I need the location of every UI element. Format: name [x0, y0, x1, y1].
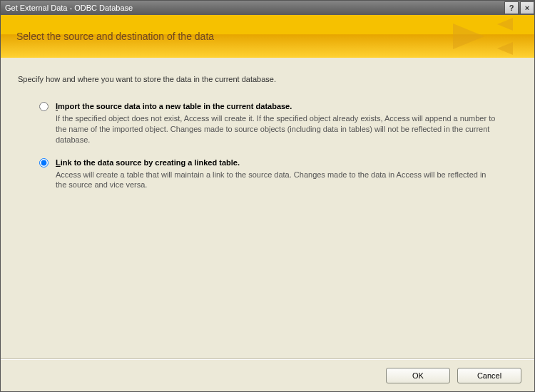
radio-link[interactable]	[39, 158, 49, 167]
option-link-desc: Access will create a table that will mai…	[56, 170, 498, 191]
header-heading: Select the source and destination of the…	[1, 31, 214, 42]
option-import-title: Import the source data into a new table …	[56, 102, 498, 110]
dialog-window: Get External Data - ODBC Database ? × Se…	[0, 0, 535, 392]
option-link-title: Link to the data source by creating a li…	[56, 158, 498, 167]
option-import-desc: If the specified object does not exist, …	[56, 113, 498, 145]
window-title: Get External Data - ODBC Database	[5, 4, 503, 12]
option-import[interactable]: Import the source data into a new table …	[18, 102, 517, 145]
option-link[interactable]: Link to the data source by creating a li…	[18, 158, 517, 191]
close-button[interactable]: ×	[520, 1, 534, 14]
titlebar: Get External Data - ODBC Database ? ×	[1, 1, 534, 15]
header-arrow-graphic	[377, 15, 527, 58]
titlebar-controls: ? ×	[503, 1, 534, 14]
content-area: Specify how and where you want to store …	[1, 58, 534, 359]
radio-import[interactable]	[39, 102, 49, 111]
intro-text: Specify how and where you want to store …	[18, 75, 517, 83]
cancel-button[interactable]: Cancel	[457, 368, 521, 383]
ok-button[interactable]: OK	[386, 368, 450, 383]
header-band: Select the source and destination of the…	[1, 15, 534, 58]
footer: OK Cancel	[1, 359, 534, 391]
help-button[interactable]: ?	[504, 1, 519, 14]
